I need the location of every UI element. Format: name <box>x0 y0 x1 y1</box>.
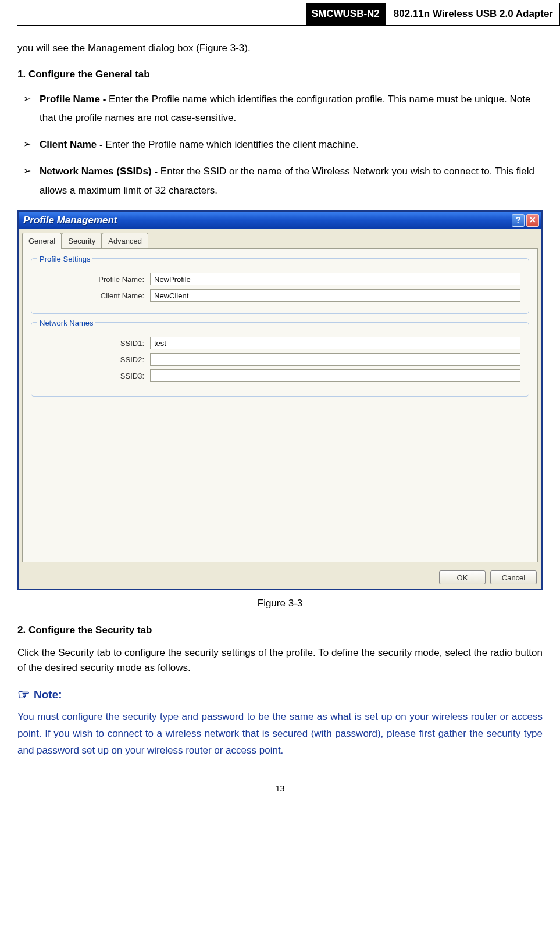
client-name-input[interactable] <box>150 289 520 302</box>
note-body: You must configure the security type and… <box>17 709 543 759</box>
ssid1-label: SSID1: <box>40 338 150 349</box>
group-network-names: Network Names SSID1: SSID2: SSID3: <box>31 322 529 397</box>
help-icon[interactable]: ? <box>512 214 525 227</box>
tab-advanced[interactable]: Advanced <box>102 233 148 249</box>
page-number: 13 <box>17 783 543 795</box>
bullet-client-name: Client Name - Enter the Profile name whi… <box>23 135 543 154</box>
pointing-hand-icon: ☞ <box>17 684 30 705</box>
step2-title: 2. Configure the Security tab <box>17 623 543 638</box>
dialog-tabbody: Profile Settings Profile Name: Client Na… <box>22 248 538 562</box>
ssid2-input[interactable] <box>150 353 520 366</box>
bullet-network-names: Network Names (SSIDs) - Enter the SSID o… <box>23 162 543 200</box>
header-model: SMCWUSB-N2 <box>306 3 386 25</box>
dialog-tabstrip: General Security Advanced <box>19 229 541 249</box>
ssid1-input[interactable] <box>150 337 520 349</box>
tab-security[interactable]: Security <box>62 233 102 249</box>
ssid2-label: SSID2: <box>40 354 150 366</box>
ssid3-input[interactable] <box>150 369 520 382</box>
ssid3-label: SSID3: <box>40 370 150 382</box>
ok-button[interactable]: OK <box>439 570 486 584</box>
page-header: SMCWUSB-N2 802.11n Wireless USB 2.0 Adap… <box>17 3 560 26</box>
dialog-title: Profile Management <box>23 213 512 228</box>
profile-name-input[interactable] <box>150 273 520 285</box>
header-desc: 802.11n Wireless USB 2.0 Adapter <box>386 3 560 25</box>
cancel-button[interactable]: Cancel <box>490 570 537 584</box>
bullet-bold: Network Names (SSIDs) - <box>40 166 160 177</box>
intro-text: you will see the Management dialog box (… <box>17 41 543 56</box>
profile-name-label: Profile Name: <box>40 274 150 285</box>
step2-body: Click the Security tab to configure the … <box>17 645 543 675</box>
step1-bullets: Profile Name - Enter the Profile name wh… <box>23 90 543 200</box>
bullet-text: Enter the Profile name which identifies … <box>105 139 359 150</box>
tab-general[interactable]: General <box>22 233 62 249</box>
bullet-bold: Client Name - <box>40 139 105 150</box>
figure-caption: Figure 3-3 <box>17 596 543 611</box>
group-profile-settings: Profile Settings Profile Name: Client Na… <box>31 258 529 314</box>
bullet-profile-name: Profile Name - Enter the Profile name wh… <box>23 90 543 128</box>
bullet-bold: Profile Name - <box>40 94 109 105</box>
step1-title: 1. Configure the General tab <box>17 67 543 82</box>
note-header: ☞ Note: <box>17 684 543 705</box>
group-legend-profile: Profile Settings <box>37 254 92 265</box>
client-name-label: Client Name: <box>40 290 150 302</box>
note-label: Note: <box>34 687 62 704</box>
bullet-text: Enter the Profile name which identifies … <box>40 94 530 123</box>
dialog-titlebar[interactable]: Profile Management ? ✕ <box>19 212 541 229</box>
profile-management-dialog: Profile Management ? ✕ General Security … <box>17 210 543 591</box>
dialog-button-bar: OK Cancel <box>19 566 541 589</box>
group-legend-network: Network Names <box>37 317 95 329</box>
close-icon[interactable]: ✕ <box>526 214 539 227</box>
